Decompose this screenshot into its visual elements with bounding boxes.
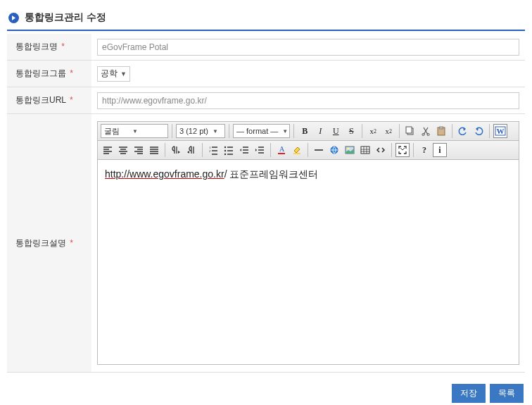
chevron-down-icon: ▼ (282, 128, 288, 135)
list-button[interactable]: 목록 (490, 384, 524, 403)
font-family-select[interactable]: 굴림 ▼ (101, 124, 168, 138)
chevron-right-icon (8, 13, 19, 23)
hr-button[interactable] (312, 143, 326, 157)
label-desc-text: 통합링크설명 (15, 238, 66, 248)
separator (362, 124, 362, 138)
ltr-button[interactable] (169, 143, 183, 157)
group-select[interactable]: 공학 ▼ (97, 66, 130, 82)
sub-n: 2 (374, 128, 376, 135)
sup-n: 2 (389, 128, 392, 135)
redo-button[interactable] (471, 124, 486, 138)
separator (399, 124, 400, 138)
separator (270, 143, 271, 157)
paste-button[interactable] (434, 124, 448, 138)
separator (308, 143, 308, 157)
save-button[interactable]: 저장 (452, 384, 486, 403)
format-select[interactable]: — format — ▼ (233, 124, 290, 138)
superscript-button[interactable]: x2 (381, 124, 395, 138)
page-title: 통합링크관리 수정 (25, 11, 106, 24)
align-center-button[interactable] (116, 143, 130, 157)
separator (391, 143, 392, 157)
label-desc: 통합링크설명 * (7, 114, 91, 373)
rtl-button[interactable] (184, 143, 198, 157)
svg-point-10 (224, 147, 226, 148)
required-mark: * (70, 238, 73, 248)
paste-word-button[interactable]: W (493, 124, 507, 138)
align-right-button[interactable] (132, 143, 146, 157)
label-url: 통합링크URL * (7, 87, 91, 114)
label-name-text: 통합링크명 (15, 42, 58, 51)
image-button[interactable] (343, 143, 357, 157)
italic-button[interactable]: I (313, 124, 327, 138)
separator (172, 124, 172, 138)
align-justify-button[interactable] (147, 143, 161, 157)
svg-rect-20 (361, 147, 369, 154)
group-select-value: 공학 (101, 68, 118, 80)
required-mark: * (61, 42, 65, 51)
help-button[interactable]: ? (417, 143, 431, 157)
fullscreen-button[interactable] (395, 143, 410, 157)
about-button[interactable]: i (433, 143, 447, 157)
font-size-select[interactable]: 3 (12 pt) ▼ (176, 124, 225, 138)
editor-text-post: / 표준프레임워크센터 (224, 168, 319, 180)
ordered-list-button[interactable]: 12 (206, 143, 220, 157)
editor-toolbar-row2: 12 A ? i (98, 141, 519, 160)
editor-content[interactable]: http://www.egovframe.go.kr/ 표준프레임워크센터 (98, 160, 519, 364)
editor-text-link: //www.egovframe.go.kr (124, 168, 224, 180)
font-size-value: 3 (12 pt) (179, 127, 208, 135)
rich-text-editor: 굴림 ▼ 3 (12 pt) ▼ — format — ▼ B (97, 121, 519, 365)
chevron-down-icon: ▼ (120, 70, 127, 77)
label-group-text: 통합링크그룹 (15, 68, 66, 78)
svg-point-11 (224, 150, 226, 151)
bg-color-button[interactable] (290, 143, 304, 157)
svg-text:A: A (279, 145, 285, 153)
svg-rect-15 (293, 153, 300, 154)
svg-text:2: 2 (209, 149, 211, 153)
bold-button[interactable]: B (298, 124, 312, 138)
required-mark: * (70, 68, 73, 78)
source-button[interactable] (374, 143, 388, 157)
strike-button[interactable]: S (344, 124, 358, 138)
copy-button[interactable] (403, 124, 417, 138)
editor-toolbar-row1: 굴림 ▼ 3 (12 pt) ▼ — format — ▼ B (98, 122, 519, 141)
unordered-list-button[interactable] (222, 143, 236, 157)
format-value: — format — (236, 127, 278, 135)
separator (413, 143, 414, 157)
label-name: 통합링크명 * (7, 34, 91, 61)
svg-rect-5 (440, 127, 443, 129)
chevron-down-icon: ▼ (132, 128, 138, 135)
align-left-button[interactable] (101, 143, 115, 157)
svg-point-12 (224, 154, 226, 155)
separator (165, 143, 165, 157)
underline-button[interactable]: U (329, 124, 343, 138)
svg-point-19 (348, 148, 350, 150)
font-color-button[interactable]: A (274, 143, 289, 157)
separator (202, 143, 203, 157)
svg-rect-16 (315, 149, 323, 151)
cut-button[interactable] (419, 124, 433, 138)
separator (293, 124, 294, 138)
table-button[interactable] (358, 143, 372, 157)
indent-button[interactable] (253, 143, 267, 157)
svg-point-3 (427, 133, 429, 135)
required-mark: * (70, 95, 73, 105)
svg-point-2 (422, 133, 424, 135)
svg-text:W: W (497, 127, 505, 135)
undo-button[interactable] (456, 124, 470, 138)
chevron-down-icon: ▼ (213, 128, 218, 135)
separator (452, 124, 452, 138)
url-input[interactable] (97, 92, 519, 109)
label-group: 통합링크그룹 * (7, 61, 91, 87)
name-input[interactable] (97, 39, 519, 56)
font-family-value: 굴림 (104, 126, 120, 137)
editor-text-pre: http: (105, 168, 124, 180)
form-table: 통합링크명 * 통합링크그룹 * 공학 ▼ 통합링크URL * 통합링크설명 (7, 34, 525, 373)
separator (489, 124, 490, 138)
svg-rect-14 (278, 153, 285, 154)
button-row: 저장 목록 (7, 384, 525, 403)
outdent-button[interactable] (237, 143, 251, 157)
separator (229, 124, 229, 138)
title-bar: 통합링크관리 수정 (7, 7, 525, 31)
subscript-button[interactable]: x2 (366, 124, 380, 138)
link-button[interactable] (327, 143, 341, 157)
